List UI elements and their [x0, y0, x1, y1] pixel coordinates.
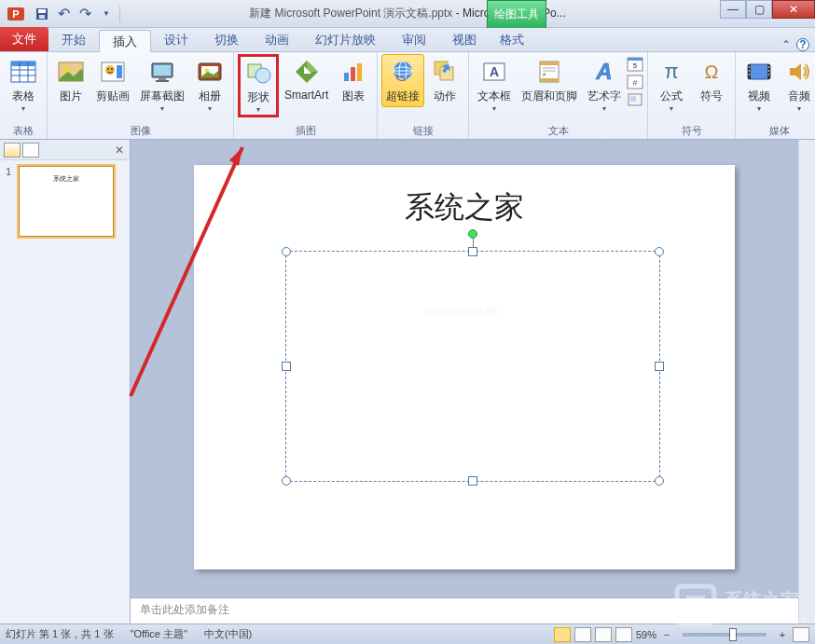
- svg-rect-6: [11, 62, 35, 66]
- wordart-icon: A: [589, 57, 619, 87]
- resize-handle-se[interactable]: [655, 476, 664, 486]
- smartart-button[interactable]: SmartArt: [280, 54, 333, 104]
- maximize-button[interactable]: ▢: [746, 0, 772, 19]
- object-button[interactable]: [627, 91, 643, 108]
- undo-button[interactable]: ↶: [53, 4, 74, 24]
- video-icon: [744, 57, 774, 87]
- tab-review[interactable]: 审阅: [389, 29, 439, 51]
- group-images: 图片 剪贴画 屏幕截图 ▾ 相册 ▾ 图像: [48, 52, 234, 139]
- action-button[interactable]: 动作: [425, 54, 464, 107]
- panel-header: ✕: [0, 140, 130, 160]
- notes-placeholder: 单击此处添加备注: [140, 603, 229, 616]
- theme-name[interactable]: "Office 主题": [131, 627, 187, 641]
- notes-pane[interactable]: 单击此处添加备注: [131, 597, 798, 623]
- tab-transitions[interactable]: 切换: [201, 29, 252, 51]
- tab-animations[interactable]: 动画: [252, 29, 302, 51]
- svg-text:P: P: [12, 8, 19, 20]
- content-placeholder[interactable]: [285, 251, 660, 482]
- symbol-icon: Ω: [697, 57, 726, 87]
- tab-home[interactable]: 开始: [48, 29, 99, 51]
- reading-view-button[interactable]: [595, 627, 612, 642]
- group-tables: 表格 ▾ 表格: [0, 52, 48, 139]
- qat-customize-button[interactable]: ▼: [96, 4, 117, 24]
- tab-slideshow[interactable]: 幻灯片放映: [302, 29, 389, 51]
- group-text: A 文本框 ▾ # 页眉和页脚 A 艺术字 ▾ 5 # 文本: [469, 52, 648, 139]
- normal-view-button[interactable]: [554, 627, 571, 642]
- resize-handle-sw[interactable]: [282, 476, 291, 486]
- slide-number-button[interactable]: #: [627, 74, 643, 90]
- screenshot-button[interactable]: 屏幕截图 ▾: [135, 54, 189, 116]
- audio-button[interactable]: 音频 ▾: [780, 54, 815, 116]
- video-button[interactable]: 视频 ▾: [739, 54, 779, 116]
- svg-rect-29: [344, 73, 349, 81]
- zoom-out-button[interactable]: −: [660, 628, 673, 641]
- picture-button[interactable]: 图片: [51, 54, 90, 107]
- svg-text:π: π: [665, 60, 679, 83]
- hyperlink-button[interactable]: 超链接: [381, 54, 424, 107]
- minimize-ribbon-button[interactable]: ⌃: [781, 38, 791, 51]
- quick-access-toolbar: ↶ ↷ ▼: [32, 4, 117, 24]
- equation-button[interactable]: π 公式 ▾: [652, 54, 691, 116]
- fit-to-window-button[interactable]: [793, 627, 809, 642]
- smartart-icon: [292, 57, 322, 87]
- hyperlink-icon: [388, 57, 418, 87]
- slides-tab[interactable]: [4, 143, 21, 158]
- sorter-view-button[interactable]: [574, 627, 591, 642]
- workspace: ✕ 1 系统之家 系统之家 www.ylmfwin.NET: [0, 140, 815, 623]
- resize-handle-e[interactable]: [655, 362, 664, 371]
- contextual-tab-title: 绘图工具: [487, 0, 546, 28]
- clipart-button[interactable]: 剪贴画: [91, 54, 134, 107]
- slide-canvas[interactable]: 系统之家 www.ylmfwin.NET: [131, 140, 798, 594]
- tab-file[interactable]: 文件: [0, 27, 48, 51]
- rotation-handle[interactable]: [468, 229, 477, 239]
- slideshow-view-button[interactable]: [615, 627, 632, 642]
- textbox-button[interactable]: A 文本框 ▾: [473, 54, 516, 116]
- powerpoint-app-icon[interactable]: P: [4, 4, 28, 24]
- resize-handle-nw[interactable]: [282, 247, 291, 256]
- svg-text:#: #: [633, 78, 638, 88]
- header-footer-button[interactable]: # 页眉和页脚: [517, 54, 582, 107]
- date-time-button[interactable]: 5: [627, 56, 643, 73]
- svg-point-59: [749, 66, 751, 68]
- close-button[interactable]: ✕: [772, 0, 815, 19]
- svg-point-64: [768, 74, 770, 75]
- help-button[interactable]: ?: [796, 38, 809, 51]
- slide-thumbnail[interactable]: 系统之家: [19, 166, 114, 237]
- slide-counter[interactable]: 幻灯片 第 1 张，共 1 张: [6, 627, 114, 641]
- shapes-button[interactable]: 形状 ▾: [238, 54, 279, 117]
- zoom-slider[interactable]: [683, 633, 767, 637]
- thumbnail-item[interactable]: 1 系统之家: [6, 166, 124, 237]
- tab-insert[interactable]: 插入: [99, 30, 151, 52]
- minimize-button[interactable]: —: [720, 0, 746, 19]
- svg-rect-42: [540, 78, 559, 82]
- svg-point-26: [256, 68, 270, 83]
- tab-design[interactable]: 设计: [151, 29, 201, 51]
- slide[interactable]: 系统之家 www.ylmfwin.NET: [194, 165, 735, 569]
- resize-handle-ne[interactable]: [655, 247, 664, 256]
- redo-button[interactable]: ↷: [75, 4, 95, 24]
- resize-handle-n[interactable]: [468, 247, 477, 256]
- table-button[interactable]: 表格 ▾: [4, 54, 43, 116]
- resize-handle-s[interactable]: [468, 476, 477, 486]
- zoom-in-button[interactable]: +: [776, 628, 789, 641]
- zoom-slider-thumb[interactable]: [729, 628, 737, 641]
- zoom-level[interactable]: 59%: [636, 629, 656, 640]
- group-media: 视频 ▾ 音频 ▾ 媒体: [736, 52, 815, 139]
- group-illustrations: 形状 ▾ SmartArt 图表 插图: [234, 52, 378, 139]
- panel-close-button[interactable]: ✕: [113, 144, 126, 157]
- tab-format[interactable]: 格式: [487, 29, 546, 51]
- photo-album-button[interactable]: 相册 ▾: [190, 54, 229, 116]
- language-indicator[interactable]: 中文(中国): [204, 627, 252, 641]
- tab-view[interactable]: 视图: [439, 29, 490, 51]
- svg-rect-31: [357, 63, 362, 81]
- slide-title-text[interactable]: 系统之家: [405, 187, 524, 228]
- outline-tab[interactable]: [22, 143, 39, 158]
- wordart-button[interactable]: A 艺术字 ▾: [583, 54, 626, 116]
- resize-handle-w[interactable]: [282, 362, 291, 371]
- save-button[interactable]: [32, 4, 52, 24]
- group-symbols: π 公式 ▾ Ω 符号 符号: [648, 52, 736, 139]
- ribbon-tabs: 文件 开始 插入 设计 切换 动画 幻灯片放映 审阅 视图 格式 ⌃ ?: [0, 28, 815, 52]
- chart-button[interactable]: 图表: [334, 54, 373, 107]
- vertical-scrollbar[interactable]: [798, 140, 815, 623]
- symbol-button[interactable]: Ω 符号: [692, 54, 731, 107]
